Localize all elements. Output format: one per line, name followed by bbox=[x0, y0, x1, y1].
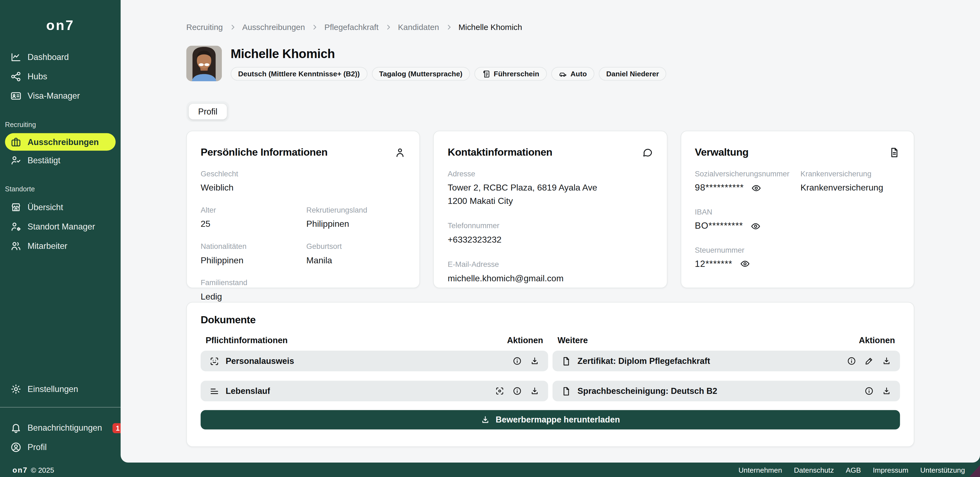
column-header: Weitere bbox=[558, 336, 588, 345]
scan-face-icon bbox=[209, 356, 220, 366]
sidebar: on7 Dashboard Hubs Visa-Manager Recruiti… bbox=[0, 0, 121, 463]
breadcrumb-recruiting[interactable]: Recruiting bbox=[186, 22, 223, 32]
field-label: Nationalitäten bbox=[200, 242, 300, 251]
download-icon[interactable] bbox=[882, 356, 891, 366]
language-badge-deutsch: Deutsch (Mittlere Kenntnisse+ (B2)) bbox=[231, 67, 367, 80]
field-label: Familienstand bbox=[200, 278, 406, 287]
footer-copyright-text: © 2025 bbox=[31, 466, 54, 474]
document-label: Personalausweis bbox=[226, 356, 294, 366]
scan-image-icon[interactable] bbox=[495, 386, 504, 396]
masked-value: BO********* bbox=[695, 219, 743, 233]
info-icon[interactable] bbox=[512, 386, 522, 396]
share-icon bbox=[10, 71, 22, 83]
badge-label: Tagalog (Muttersprache) bbox=[379, 70, 463, 78]
footer-link-impressum[interactable]: Impressum bbox=[873, 466, 908, 474]
sidebar-item-standort-manager[interactable]: Standort Manager bbox=[0, 217, 121, 236]
field-label: Krankenversicherung bbox=[800, 170, 900, 178]
field-value: Manila bbox=[306, 254, 406, 267]
field-adresse: Adresse Tower 2, RCBC Plaza, 6819 Ayala … bbox=[448, 170, 653, 208]
page-title: Michelle Khomich bbox=[231, 47, 666, 61]
sidebar-item-dashboard[interactable]: Dashboard bbox=[0, 48, 121, 67]
card-title: Persönliche Informationen bbox=[200, 146, 328, 158]
field-label: Geburtsort bbox=[306, 242, 406, 251]
sidebar-item-label: Einstellungen bbox=[27, 384, 78, 394]
chevron-right-icon bbox=[445, 24, 452, 30]
file-text-icon bbox=[889, 147, 900, 158]
sidebar-item-bestaetigt[interactable]: Bestätigt bbox=[0, 151, 121, 170]
auto-badge: Auto bbox=[551, 67, 594, 80]
field-label: Sozialversicherungsnummer bbox=[695, 170, 794, 178]
document-label: Sprachbescheinigung: Deutsch B2 bbox=[578, 386, 717, 396]
bell-icon bbox=[10, 422, 22, 434]
chart-line-icon bbox=[10, 51, 22, 63]
field-steuernummer: Steuernummer 12******* bbox=[695, 245, 900, 271]
gear-icon bbox=[10, 383, 22, 395]
footer-link-datenschutz[interactable]: Datenschutz bbox=[794, 466, 834, 474]
car-icon bbox=[559, 70, 567, 78]
sidebar-item-einstellungen[interactable]: Einstellungen bbox=[0, 379, 121, 399]
download-icon[interactable] bbox=[530, 386, 539, 396]
document-label: Lebenslauf bbox=[226, 386, 270, 396]
field-value: Ledig bbox=[200, 290, 406, 303]
card-contact-info: Kontaktinformationen Adresse Tower 2, RC… bbox=[433, 130, 667, 288]
download-icon[interactable] bbox=[530, 356, 539, 366]
document-row-personalausweis: Personalausweis bbox=[200, 351, 548, 372]
info-icon[interactable] bbox=[512, 356, 522, 366]
file-icon bbox=[561, 356, 571, 366]
footer-link-unterstuetzung[interactable]: Unterstützung bbox=[920, 466, 965, 474]
breadcrumb-pflegefachkraft[interactable]: Pflegefachkraft bbox=[324, 22, 379, 32]
breadcrumb-current: Michelle Khomich bbox=[458, 22, 522, 32]
sidebar-item-benachrichtigungen[interactable]: Benachrichtigungen 1 bbox=[0, 418, 121, 437]
sidebar-item-uebersicht[interactable]: Übersicht bbox=[0, 198, 121, 217]
footer-link-unternehmen[interactable]: Unternehmen bbox=[738, 466, 782, 474]
field-label: E-Mail-Adresse bbox=[448, 260, 653, 269]
sidebar-item-profil[interactable]: Profil bbox=[0, 437, 121, 457]
sidebar-item-hubs[interactable]: Hubs bbox=[0, 67, 121, 86]
footer-logo: on7 bbox=[13, 465, 28, 474]
breadcrumb-ausschreibungen[interactable]: Ausschreibungen bbox=[242, 22, 305, 32]
sidebar-item-label: Standort Manager bbox=[27, 222, 95, 231]
footer-link-agb[interactable]: AGB bbox=[846, 466, 861, 474]
field-label: IBAN bbox=[695, 207, 900, 216]
card-title: Kontaktinformationen bbox=[448, 146, 552, 158]
info-icon[interactable] bbox=[847, 356, 856, 366]
breadcrumb-kandidaten[interactable]: Kandidaten bbox=[398, 22, 439, 32]
chevron-right-icon bbox=[311, 24, 318, 30]
tab-bar: Profil bbox=[186, 102, 229, 122]
profile-header: Michelle Khomich Deutsch (Mittlere Kennt… bbox=[186, 46, 914, 81]
edit-icon[interactable] bbox=[864, 356, 874, 366]
card-title: Dokumente bbox=[200, 314, 900, 326]
field-email: E-Mail-Adresse michelle.khomich@gmail.co… bbox=[448, 260, 653, 285]
field-value: Weiblich bbox=[200, 181, 406, 194]
reveal-svn-button[interactable] bbox=[751, 183, 761, 193]
id-card-icon bbox=[10, 90, 22, 102]
download-bewerbermappe-button[interactable]: Bewerbermappe herunterladen bbox=[200, 410, 900, 429]
eye-icon bbox=[751, 221, 760, 231]
sidebar-item-label: Visa-Manager bbox=[27, 91, 80, 100]
footer-copyright: on7 © 2025 bbox=[13, 465, 54, 474]
field-value: 1200 Makati City bbox=[448, 194, 653, 207]
info-icon[interactable] bbox=[864, 386, 874, 396]
sidebar-item-label: Ausschreibungen bbox=[27, 137, 99, 146]
reveal-iban-button[interactable] bbox=[751, 221, 760, 231]
field-nationalitaeten: Nationalitäten Philippinen bbox=[200, 242, 300, 267]
sidebar-item-mitarbeiter[interactable]: Mitarbeiter bbox=[0, 236, 121, 256]
field-label: Adresse bbox=[448, 170, 653, 178]
tab-profil[interactable]: Profil bbox=[189, 104, 227, 119]
reveal-steuernummer-button[interactable] bbox=[740, 259, 750, 269]
field-label: Rekrutierungsland bbox=[306, 206, 406, 215]
sidebar-item-visa-manager[interactable]: Visa-Manager bbox=[0, 86, 121, 105]
user-icon bbox=[395, 147, 406, 158]
sidebar-item-ausschreibungen[interactable]: Ausschreibungen bbox=[5, 133, 116, 151]
profile-header-text: Michelle Khomich Deutsch (Mittlere Kennt… bbox=[231, 46, 666, 81]
footer-links: Unternehmen Datenschutz AGB Impressum Un… bbox=[738, 466, 965, 474]
field-sozialversicherungsnummer: Sozialversicherungsnummer 98********** bbox=[695, 170, 794, 195]
download-icon[interactable] bbox=[882, 386, 891, 396]
field-value: Tower 2, RCBC Plaza, 6819 Ayala Ave bbox=[448, 181, 653, 194]
badge-row: Deutsch (Mittlere Kenntnisse+ (B2)) Taga… bbox=[231, 67, 666, 80]
fuehrerschein-badge: Führerschein bbox=[474, 67, 547, 80]
sidebar-item-label: Profil bbox=[27, 443, 47, 452]
masked-value: 98********** bbox=[695, 181, 744, 195]
column-header: Pflichtinformationen bbox=[206, 336, 288, 345]
language-badge-tagalog: Tagalog (Muttersprache) bbox=[372, 67, 470, 80]
